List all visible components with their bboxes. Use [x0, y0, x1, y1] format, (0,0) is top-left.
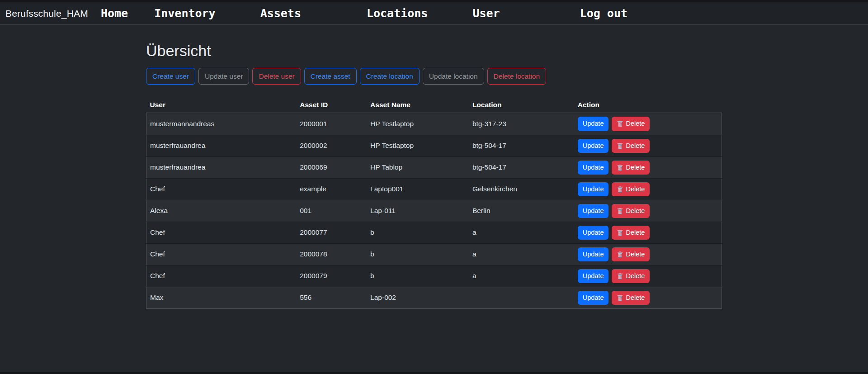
cell-user: Alexa — [146, 200, 297, 222]
nav-item-inventory[interactable]: Inventory — [154, 7, 215, 20]
cell-asset-name: b — [367, 222, 469, 243]
delete-location-button[interactable]: Delete location — [487, 68, 547, 85]
update-button-label: Update — [583, 141, 604, 151]
nav-item-home[interactable]: Home — [101, 7, 128, 20]
nav-item-locations[interactable]: Locations — [367, 7, 428, 20]
cell-user: Chef — [146, 243, 297, 265]
trash-icon — [617, 120, 623, 127]
cell-asset-name: Laptop001 — [367, 178, 469, 200]
table-row: Max 556 Lap-002 Update — [146, 287, 722, 308]
row-update-button[interactable]: Update — [578, 182, 609, 196]
column-header-asset-id: Asset ID — [296, 97, 367, 113]
cell-asset-name: HP Tablop — [367, 156, 469, 178]
delete-button-label: Delete — [626, 271, 645, 281]
cell-user: musterfrauandrea — [146, 135, 297, 156]
cell-location: Berlin — [469, 200, 574, 222]
cell-user: mustermannandreas — [146, 113, 297, 135]
row-delete-button[interactable]: Delete — [612, 182, 650, 196]
navbar-brand[interactable]: Berufsschule_HAM — [5, 8, 88, 19]
cell-location: btg-317-23 — [469, 113, 574, 135]
cell-asset-id: 2000077 — [296, 222, 367, 243]
action-cell: Update Delete — [578, 204, 718, 218]
column-header-user: User — [146, 97, 297, 113]
action-cell: Update Delete — [578, 269, 718, 283]
action-cell: Update Delete — [578, 117, 718, 131]
delete-user-button[interactable]: Delete user — [252, 68, 301, 85]
delete-button-label: Delete — [626, 250, 645, 259]
trash-icon — [617, 164, 623, 171]
cell-user: Chef — [146, 265, 297, 287]
table-row: musterfrauandrea 2000002 HP Testlaptop b… — [146, 135, 722, 156]
cell-location: a — [469, 243, 574, 265]
cell-user: Chef — [146, 222, 297, 243]
row-update-button[interactable]: Update — [578, 117, 609, 131]
delete-button-label: Delete — [626, 119, 645, 128]
table-row: Chef 2000079 b a Update — [146, 265, 722, 287]
cell-asset-id: example — [296, 178, 367, 200]
row-update-button[interactable]: Update — [578, 291, 609, 305]
row-delete-button[interactable]: Delete — [612, 269, 650, 283]
delete-button-label: Delete — [626, 228, 645, 237]
row-delete-button[interactable]: Delete — [612, 161, 650, 175]
cell-user: Chef — [146, 178, 297, 200]
create-location-button[interactable]: Create location — [360, 68, 420, 85]
page-title: Übersicht — [146, 42, 722, 60]
cell-asset-id: 2000069 — [296, 156, 367, 178]
row-delete-button[interactable]: Delete — [612, 204, 650, 218]
row-delete-button[interactable]: Delete — [612, 117, 650, 131]
delete-button-label: Delete — [626, 206, 645, 216]
update-user-button[interactable]: Update user — [198, 68, 249, 85]
update-button-label: Update — [583, 228, 604, 237]
row-update-button[interactable]: Update — [578, 204, 609, 218]
table-row: Chef 2000077 b a Update — [146, 222, 722, 243]
table-row: Chef 2000078 b a Update — [146, 243, 722, 265]
row-delete-button[interactable]: Delete — [612, 247, 650, 261]
table-header-row: User Asset ID Asset Name Location Action — [146, 97, 722, 113]
window-bottom-edge — [0, 372, 868, 374]
cell-asset-id: 2000001 — [296, 113, 367, 135]
row-delete-button[interactable]: Delete — [612, 139, 650, 153]
cell-asset-id: 556 — [296, 287, 367, 308]
trash-icon — [617, 273, 623, 279]
row-update-button[interactable]: Update — [578, 269, 609, 283]
update-button-label: Update — [583, 163, 604, 172]
delete-button-label: Delete — [626, 163, 645, 172]
cell-asset-id: 2000078 — [296, 243, 367, 265]
cell-user: musterfrauandrea — [146, 156, 297, 178]
cell-location: btg-504-17 — [469, 135, 574, 156]
delete-button-label: Delete — [626, 293, 645, 303]
action-cell: Update Delete — [578, 161, 718, 175]
assets-table: User Asset ID Asset Name Location Action… — [146, 97, 722, 308]
main-content: Übersicht Create user Update user Delete… — [146, 0, 722, 309]
cell-asset-name: Lap-002 — [367, 287, 469, 308]
trash-icon — [617, 294, 623, 301]
update-button-label: Update — [583, 293, 604, 303]
delete-button-label: Delete — [626, 185, 645, 194]
cell-user: Max — [146, 287, 297, 308]
trash-icon — [617, 186, 623, 193]
crud-toolbar: Create user Update user Delete user Crea… — [146, 68, 722, 85]
row-delete-button[interactable]: Delete — [612, 226, 650, 240]
action-cell: Update Delete — [578, 139, 718, 153]
cell-location: a — [469, 222, 574, 243]
nav-item-logout[interactable]: Log out — [580, 7, 627, 20]
delete-button-label: Delete — [626, 141, 645, 151]
cell-asset-id: 001 — [296, 200, 367, 222]
row-update-button[interactable]: Update — [578, 139, 609, 153]
action-cell: Update Delete — [578, 182, 718, 196]
cell-location: Gelsenkirchen — [469, 178, 574, 200]
row-delete-button[interactable]: Delete — [612, 291, 650, 305]
cell-asset-name: HP Testlaptop — [367, 135, 469, 156]
row-update-button[interactable]: Update — [578, 226, 609, 240]
update-location-button[interactable]: Update location — [423, 68, 484, 85]
nav-menu: Home Inventory Assets Locations User Log… — [88, 7, 627, 20]
create-asset-button[interactable]: Create asset — [304, 68, 357, 85]
nav-item-user[interactable]: User — [472, 7, 500, 20]
row-update-button[interactable]: Update — [578, 161, 609, 175]
cell-asset-id: 2000079 — [296, 265, 367, 287]
create-user-button[interactable]: Create user — [146, 68, 195, 85]
nav-item-assets[interactable]: Assets — [260, 7, 301, 20]
cell-asset-name: Lap-011 — [367, 200, 469, 222]
row-update-button[interactable]: Update — [578, 247, 609, 261]
column-header-action: Action — [574, 97, 722, 113]
